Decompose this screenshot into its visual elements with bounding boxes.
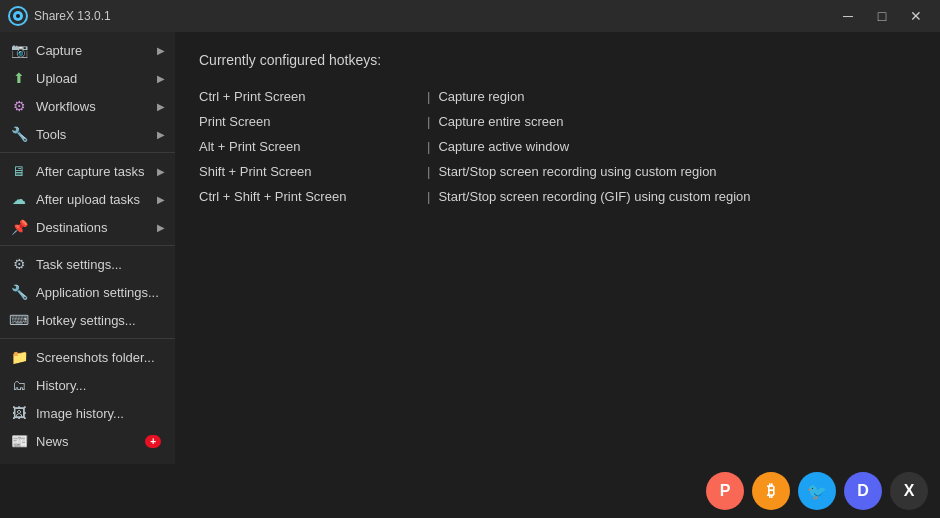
hotkey-action: Start/Stop screen recording (GIF) using … — [438, 189, 750, 204]
hotkey-separator: | — [427, 114, 430, 129]
maximize-button[interactable]: □ — [866, 4, 898, 28]
social-btn-bitcoin[interactable]: ₿ — [752, 472, 790, 510]
sidebar-item-image-history[interactable]: 🖼 Image history... — [0, 399, 175, 427]
upload-arrow: ▶ — [157, 73, 165, 84]
sidebar-item-destinations[interactable]: 📌 Destinations ▶ — [0, 213, 175, 241]
social-btn-twitter[interactable]: 🐦 — [798, 472, 836, 510]
hotkey-row: Print Screen | Capture entire screen — [199, 109, 916, 134]
social-bar: P₿🐦DX — [0, 464, 940, 518]
hotkey-row: Ctrl + Shift + Print Screen | Start/Stop… — [199, 184, 916, 209]
workflows-icon: ⚙ — [10, 97, 28, 115]
sidebar-label-image-history: Image history... — [36, 406, 165, 421]
hotkey-action: Capture region — [438, 89, 524, 104]
hotkey-separator: | — [427, 164, 430, 179]
hotkey-row: Alt + Print Screen | Capture active wind… — [199, 134, 916, 159]
sidebar-label-capture: Capture — [36, 43, 153, 58]
svg-point-2 — [16, 14, 20, 18]
sidebar-item-application-settings[interactable]: 🔧 Application settings... — [0, 278, 175, 306]
tools-icon: 🔧 — [10, 125, 28, 143]
screenshots-folder-icon: 📁 — [10, 348, 28, 366]
sidebar-item-screenshots-folder[interactable]: 📁 Screenshots folder... — [0, 343, 175, 371]
hotkey-action: Capture active window — [438, 139, 569, 154]
separator-1 — [0, 152, 175, 153]
sidebar-item-news[interactable]: 📰 News + — [0, 427, 175, 455]
content-title: Currently configured hotkeys: — [199, 52, 916, 68]
sidebar-item-upload[interactable]: ⬆ Upload ▶ — [0, 64, 175, 92]
tools-arrow: ▶ — [157, 129, 165, 140]
sidebar-label-hotkey-settings: Hotkey settings... — [36, 313, 165, 328]
app-title: ShareX 13.0.1 — [34, 9, 832, 23]
sidebar-label-application-settings: Application settings... — [36, 285, 165, 300]
hotkey-key: Shift + Print Screen — [199, 164, 419, 179]
main-container: 📷 Capture ▶ ⬆ Upload ▶ ⚙ Workflows ▶ 🔧 T… — [0, 32, 940, 464]
hotkey-separator: | — [427, 139, 430, 154]
social-btn-patreon[interactable]: P — [706, 472, 744, 510]
sidebar-label-destinations: Destinations — [36, 220, 153, 235]
debug-icon: ⚠ — [10, 460, 28, 464]
hotkey-row: Shift + Print Screen | Start/Stop screen… — [199, 159, 916, 184]
workflows-arrow: ▶ — [157, 101, 165, 112]
hotkey-separator: | — [427, 189, 430, 204]
content-area: Currently configured hotkeys: Ctrl + Pri… — [175, 32, 940, 464]
minimize-button[interactable]: ─ — [832, 4, 864, 28]
after-capture-arrow: ▶ — [157, 166, 165, 177]
hotkey-separator: | — [427, 89, 430, 104]
capture-arrow: ▶ — [157, 45, 165, 56]
hotkey-settings-icon: ⌨ — [10, 311, 28, 329]
history-icon: 🗂 — [10, 376, 28, 394]
sidebar-item-after-upload[interactable]: ☁ After upload tasks ▶ — [0, 185, 175, 213]
image-history-icon: 🖼 — [10, 404, 28, 422]
destinations-icon: 📌 — [10, 218, 28, 236]
separator-2 — [0, 245, 175, 246]
sidebar-item-hotkey-settings[interactable]: ⌨ Hotkey settings... — [0, 306, 175, 334]
sidebar-label-tools: Tools — [36, 127, 153, 142]
hotkey-key: Ctrl + Shift + Print Screen — [199, 189, 419, 204]
task-settings-icon: ⚙ — [10, 255, 28, 273]
hotkey-row: Ctrl + Print Screen | Capture region — [199, 84, 916, 109]
sidebar-item-debug[interactable]: ⚠ Debug ▶ — [0, 455, 175, 464]
after-upload-arrow: ▶ — [157, 194, 165, 205]
sidebar: 📷 Capture ▶ ⬆ Upload ▶ ⚙ Workflows ▶ 🔧 T… — [0, 32, 175, 464]
sidebar-label-debug: Debug — [36, 462, 153, 465]
sidebar-label-history: History... — [36, 378, 165, 393]
app-icon — [8, 6, 28, 26]
debug-arrow: ▶ — [157, 464, 165, 465]
sidebar-label-after-capture: After capture tasks — [36, 164, 153, 179]
hotkey-action: Capture entire screen — [438, 114, 563, 129]
destinations-arrow: ▶ — [157, 222, 165, 233]
sidebar-item-tools[interactable]: 🔧 Tools ▶ — [0, 120, 175, 148]
sidebar-item-workflows[interactable]: ⚙ Workflows ▶ — [0, 92, 175, 120]
hotkey-key: Print Screen — [199, 114, 419, 129]
sidebar-item-history[interactable]: 🗂 History... — [0, 371, 175, 399]
sidebar-label-upload: Upload — [36, 71, 153, 86]
news-icon: 📰 — [10, 432, 28, 450]
hotkey-key: Ctrl + Print Screen — [199, 89, 419, 104]
after-capture-icon: 🖥 — [10, 162, 28, 180]
close-button[interactable]: ✕ — [900, 4, 932, 28]
upload-icon: ⬆ — [10, 69, 28, 87]
sidebar-label-screenshots-folder: Screenshots folder... — [36, 350, 165, 365]
news-badge: + — [145, 435, 161, 448]
sidebar-item-capture[interactable]: 📷 Capture ▶ — [0, 36, 175, 64]
app-settings-icon: 🔧 — [10, 283, 28, 301]
sidebar-label-after-upload: After upload tasks — [36, 192, 153, 207]
social-btn-x[interactable]: X — [890, 472, 928, 510]
sidebar-item-task-settings[interactable]: ⚙ Task settings... — [0, 250, 175, 278]
sidebar-label-workflows: Workflows — [36, 99, 153, 114]
social-btn-discord[interactable]: D — [844, 472, 882, 510]
window-controls: ─ □ ✕ — [832, 4, 932, 28]
capture-icon: 📷 — [10, 41, 28, 59]
sidebar-label-news: News — [36, 434, 145, 449]
hotkey-action: Start/Stop screen recording using custom… — [438, 164, 716, 179]
title-bar: ShareX 13.0.1 ─ □ ✕ — [0, 0, 940, 32]
hotkey-list: Ctrl + Print Screen | Capture region Pri… — [199, 84, 916, 209]
separator-3 — [0, 338, 175, 339]
sidebar-item-after-capture[interactable]: 🖥 After capture tasks ▶ — [0, 157, 175, 185]
after-upload-icon: ☁ — [10, 190, 28, 208]
sidebar-label-task-settings: Task settings... — [36, 257, 165, 272]
hotkey-key: Alt + Print Screen — [199, 139, 419, 154]
